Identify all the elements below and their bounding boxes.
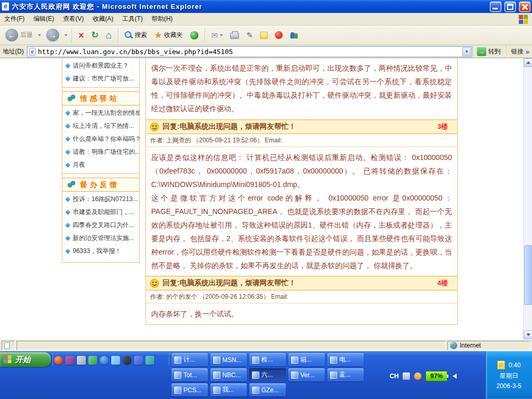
back-button[interactable]: ← 后退: [3, 28, 35, 43]
refresh-button[interactable]: ↻: [89, 30, 101, 41]
address-dropdown-button[interactable]: ▾: [462, 47, 471, 56]
vertical-scrollbar[interactable]: [523, 58, 532, 339]
tray-app-icon[interactable]: [414, 373, 421, 380]
sidebar-link[interactable]: 家，一段无法割舍的情感: [62, 107, 139, 119]
messenger-icon[interactable]: [65, 356, 74, 365]
sidebar-link[interactable]: 新的治安管理法实施...: [62, 232, 139, 245]
notes-icon[interactable]: [497, 361, 505, 369]
taskbar-divider: [52, 353, 53, 366]
status-message-panel: [17, 341, 446, 350]
disk-icon[interactable]: [77, 356, 86, 365]
start-button[interactable]: 开始: [0, 352, 51, 367]
taskbar-task-button-active[interactable]: 六...: [249, 368, 286, 381]
scrollbar-thumb[interactable]: [524, 245, 532, 305]
taskbar-task-button[interactable]: GZe...: [249, 383, 286, 396]
qq-icon[interactable]: [123, 356, 131, 365]
taskbar-task-button[interactable]: NBC...: [210, 368, 247, 381]
clover-icon: [68, 181, 76, 189]
media-player-icon[interactable]: [54, 356, 63, 365]
menu-view[interactable]: 查看(V): [63, 15, 84, 23]
web-app-icon[interactable]: [111, 356, 120, 365]
sidebar-link[interactable]: 什么是幸福？你幸福吗？: [62, 132, 139, 145]
taskbar-task-button[interactable]: Tot...: [171, 368, 208, 381]
search-button[interactable]: 搜索: [123, 30, 149, 41]
back-dropdown-icon[interactable]: [38, 34, 41, 36]
input-method-indicator[interactable]: CH: [390, 373, 398, 380]
taskbar-task-button[interactable]: 箱...: [288, 353, 325, 366]
menu-tools[interactable]: 工具(T): [122, 15, 142, 23]
close-button[interactable]: [519, 2, 530, 12]
go-button[interactable]: → 转到: [475, 47, 502, 56]
favorites-button[interactable]: ★ 收藏夹: [152, 30, 184, 41]
go-label: 转到: [488, 47, 501, 56]
msn-icon[interactable]: [134, 356, 143, 365]
sidebar-link-label: 家，一段无法割舍的情感: [73, 109, 139, 117]
media-button[interactable]: [188, 30, 201, 41]
taskbar-task-button[interactable]: 检...: [249, 353, 286, 366]
clock-area[interactable]: 0:40 星期日 2006-3-5: [485, 351, 532, 399]
addressbar-separator: [507, 45, 507, 58]
menu-edit[interactable]: 编辑(E): [33, 15, 54, 23]
maximize-button[interactable]: [504, 2, 516, 12]
reply-body-4: 内存条坏了，换一个试试。: [146, 303, 457, 324]
task-row: Tot... NBC... 六... Ver... 蓝...: [171, 368, 364, 381]
sidebar-section-feedback[interactable]: 督办反馈: [62, 178, 139, 192]
scroll-up-button[interactable]: [524, 58, 532, 67]
task-label: 六...: [261, 370, 273, 379]
taskbar-task-button[interactable]: MSN...: [210, 353, 247, 366]
forward-button[interactable]: →: [44, 28, 61, 43]
home-button[interactable]: ⌂: [104, 29, 114, 41]
stop-button[interactable]: ×: [76, 30, 86, 41]
sidebar-link[interactable]: 请问帝都景园业主？: [62, 59, 139, 72]
sidebar-link-label: 坛上冷清，坛下热情...: [73, 122, 134, 130]
taskbar-task-button[interactable]: 我...: [210, 383, 247, 396]
links-button[interactable]: 链接 »: [511, 47, 529, 56]
sidebar-link[interactable]: 四季春交叉路口为什...: [62, 219, 139, 232]
people-icon[interactable]: [145, 356, 154, 365]
print-button[interactable]: [228, 30, 241, 40]
address-input[interactable]: e http://www.luan.gov.cn/bbs/bbs_view.ph…: [27, 46, 472, 57]
task-label: 计...: [183, 355, 195, 364]
messenger-button[interactable]: [288, 30, 301, 40]
minimize-button[interactable]: [490, 2, 501, 12]
edit-button[interactable]: ✎: [244, 30, 255, 40]
taskbar-task-button[interactable]: Ver...: [288, 368, 325, 381]
sidebar-link[interactable]: 请教：明珠广场住宅的...: [62, 145, 139, 158]
status-zone-panel: Internet: [447, 341, 530, 350]
sidebar-link[interactable]: 建议：市民广场可放...: [62, 72, 139, 85]
taskbar-task-button[interactable]: PCS...: [171, 383, 208, 396]
mail-button[interactable]: ✉: [209, 30, 225, 40]
taskbar-task-button[interactable]: 蓝...: [327, 368, 364, 381]
start-label: 开始: [15, 355, 31, 365]
taskbar-task-button[interactable]: 计...: [171, 353, 208, 366]
qq-button[interactable]: [273, 30, 285, 40]
desktop-screen: e 六安市人民政府网 欢迎您 - Microsoft Internet Expl…: [0, 0, 532, 399]
forward-dropdown-icon[interactable]: [64, 34, 68, 36]
sidebar-link[interactable]: 坛上冷清，坛下热情...: [62, 119, 139, 132]
sidebar-link-label: 请问帝都景园业主？: [73, 61, 129, 70]
discuss-button[interactable]: [258, 31, 270, 40]
sidebar-section-emotion[interactable]: 情感驿站: [62, 91, 139, 105]
sidebar-link-label: 什么是幸福？你幸福吗？: [73, 135, 139, 143]
status-page-panel: [2, 341, 15, 350]
volume-icon[interactable]: [453, 374, 457, 379]
sidebar-link[interactable]: 月夜: [62, 158, 139, 171]
internet-explorer-icon[interactable]: [100, 356, 109, 365]
battery-indicator[interactable]: 97%: [425, 371, 447, 381]
sidebar-list-top: 请问帝都景园业主？ 建议：市民广场可放...: [62, 58, 139, 88]
search-icon: [125, 31, 132, 39]
green-app-icon[interactable]: [88, 356, 97, 365]
sidebar-list-feedback: 投诉：16路皖N07213... 市建委及职能部门，... 四季春交叉路口为什.…: [62, 192, 139, 260]
taskbar-task-button[interactable]: 电...: [327, 353, 364, 366]
sidebar-link[interactable]: 市建委及职能部门，...: [62, 206, 139, 219]
menu-help[interactable]: 帮助(H): [152, 15, 173, 23]
scroll-down-button[interactable]: [524, 330, 532, 339]
tray-keyboard-icon[interactable]: [403, 373, 410, 380]
media-icon: [190, 31, 198, 39]
app-icon: [291, 371, 298, 379]
menu-favorites[interactable]: 收藏(A): [92, 15, 113, 23]
sidebar-link-label: 市建委及职能部门，...: [73, 208, 134, 217]
sidebar-link[interactable]: 投诉：16路皖N07213...: [62, 193, 139, 206]
menu-file[interactable]: 文件(F): [4, 15, 24, 23]
sidebar-link[interactable]: 96333，我举报！: [62, 245, 139, 258]
